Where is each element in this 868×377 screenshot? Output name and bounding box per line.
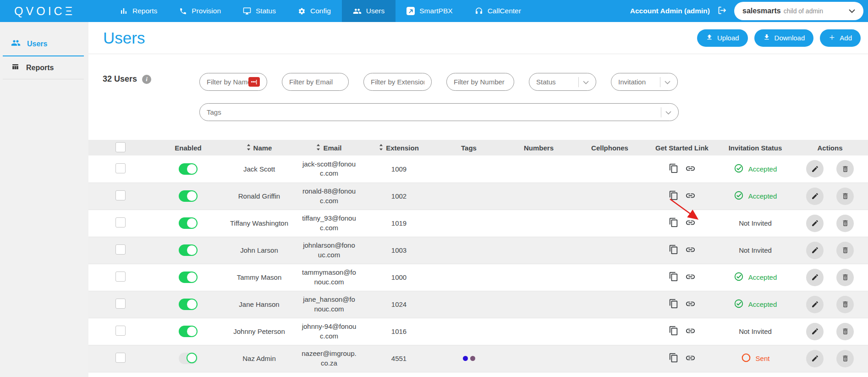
- download-button[interactable]: Download: [754, 29, 814, 47]
- copy-link-icon[interactable]: [669, 326, 679, 336]
- table-row: Jack Scott jack-scott@fonouc.com 1009: [88, 155, 868, 183]
- delete-user-button[interactable]: [836, 323, 854, 340]
- filter-extension-input[interactable]: [371, 78, 424, 86]
- enabled-toggle[interactable]: [179, 190, 198, 202]
- copy-link-icon[interactable]: [669, 244, 679, 255]
- filter-number-input[interactable]: [454, 78, 507, 86]
- filter-email-input[interactable]: [289, 78, 341, 86]
- col-extension[interactable]: Extension: [363, 140, 434, 155]
- user-email: tiffany_93@fonouc.com: [295, 210, 363, 237]
- users-icon: [11, 38, 21, 50]
- sidebar-item-users[interactable]: Users: [3, 32, 84, 56]
- row-checkbox[interactable]: [115, 272, 126, 282]
- delete-user-button[interactable]: [836, 215, 854, 232]
- enabled-toggle[interactable]: [179, 353, 198, 364]
- row-checkbox[interactable]: [115, 163, 126, 173]
- status-text: Accepted: [748, 273, 777, 281]
- user-extension: 1009: [363, 155, 434, 183]
- get-started-link-icon[interactable]: [685, 163, 696, 174]
- nav-tab-reports[interactable]: Reports: [109, 0, 168, 22]
- get-started-link-icon[interactable]: [685, 190, 696, 201]
- upload-button[interactable]: Upload: [697, 29, 748, 47]
- row-checkbox[interactable]: [115, 217, 126, 227]
- tenant-selector[interactable]: salesmarts child of admin: [734, 2, 863, 20]
- get-started-link-icon[interactable]: [685, 272, 696, 282]
- select-all-checkbox[interactable]: [115, 142, 126, 152]
- user-extension: 4551: [363, 345, 434, 372]
- copy-link-icon[interactable]: [669, 163, 679, 173]
- copy-link-icon[interactable]: [669, 217, 679, 227]
- copy-link-icon[interactable]: [669, 272, 679, 282]
- row-checkbox[interactable]: [115, 326, 126, 336]
- chevron-down-icon: [849, 7, 855, 15]
- row-checkbox[interactable]: [115, 244, 126, 255]
- add-button[interactable]: Add: [820, 29, 861, 47]
- logout-icon[interactable]: [717, 6, 727, 17]
- delete-user-button[interactable]: [836, 242, 854, 259]
- user-numbers: [503, 155, 574, 183]
- check-circle-icon: [734, 272, 744, 283]
- status-select[interactable]: Status: [529, 73, 596, 91]
- col-name[interactable]: Name: [224, 140, 295, 155]
- user-tags: [434, 345, 503, 372]
- enabled-toggle[interactable]: [179, 244, 198, 256]
- row-checkbox[interactable]: [115, 353, 126, 363]
- invitation-select[interactable]: Invitation: [611, 73, 678, 91]
- table-header-row: Enabled Name Email Extension Tags Number…: [88, 140, 868, 155]
- plus-icon: [829, 34, 835, 42]
- user-name: Tammy Mason: [224, 264, 295, 291]
- delete-user-button[interactable]: [836, 269, 854, 286]
- get-started-link-icon[interactable]: [685, 244, 696, 255]
- edit-user-button[interactable]: [806, 350, 824, 367]
- col-cellphones: Cellphones: [574, 140, 645, 155]
- get-started-link-icon[interactable]: [685, 299, 696, 309]
- tags-select[interactable]: Tags: [199, 103, 679, 121]
- copy-link-icon[interactable]: [669, 299, 679, 309]
- user-numbers: [503, 264, 574, 291]
- copy-link-icon[interactable]: [669, 190, 679, 200]
- get-started-link-icon[interactable]: [685, 353, 696, 363]
- enabled-toggle[interactable]: [179, 326, 198, 337]
- user-cellphones: [574, 210, 645, 237]
- get-started-link-icon[interactable]: [685, 217, 696, 228]
- copy-link-icon[interactable]: [669, 353, 679, 363]
- edit-user-button[interactable]: [806, 242, 824, 259]
- nav-tab-config[interactable]: Config: [287, 0, 342, 22]
- edit-user-button[interactable]: [806, 269, 824, 286]
- sidebar-item-reports[interactable]: Reports: [3, 56, 84, 79]
- info-icon[interactable]: i: [142, 75, 151, 84]
- filter-name-input[interactable]: [207, 78, 248, 86]
- sidebar: Users Reports: [0, 22, 88, 377]
- edit-user-button[interactable]: [806, 296, 824, 313]
- edit-user-button[interactable]: [806, 215, 824, 232]
- status-text: Accepted: [748, 192, 777, 200]
- nav-tab-status[interactable]: Status: [232, 0, 287, 22]
- password-manager-icon[interactable]: •••|: [248, 77, 260, 87]
- get-started-link-icon[interactable]: [685, 326, 696, 336]
- delete-user-button[interactable]: [836, 350, 854, 367]
- row-checkbox[interactable]: [115, 299, 126, 309]
- upload-icon: [706, 33, 713, 42]
- chevron-down-icon: [665, 108, 671, 116]
- enabled-toggle[interactable]: [179, 217, 198, 229]
- nav-tab-callcenter[interactable]: CallCenter: [464, 0, 532, 22]
- col-email[interactable]: Email: [295, 140, 363, 155]
- row-checkbox[interactable]: [115, 190, 126, 200]
- nav-tab-smartpbx[interactable]: SmartPBX: [396, 0, 463, 22]
- nav-tab-provision[interactable]: Provision: [168, 0, 232, 22]
- enabled-toggle[interactable]: [179, 272, 198, 283]
- enabled-toggle[interactable]: [179, 163, 198, 175]
- edit-user-button[interactable]: [806, 323, 824, 340]
- delete-user-button[interactable]: [836, 296, 854, 313]
- user-tags: [434, 318, 503, 345]
- enabled-toggle[interactable]: [179, 299, 198, 310]
- delete-user-button[interactable]: [836, 160, 854, 177]
- edit-user-button[interactable]: [806, 160, 824, 177]
- user-numbers: [503, 237, 574, 264]
- delete-user-button[interactable]: [836, 188, 854, 205]
- user-numbers: [503, 318, 574, 345]
- user-cellphones: [574, 318, 645, 345]
- table-row: Tiffany Washington tiffany_93@fonouc.com…: [88, 210, 868, 237]
- edit-user-button[interactable]: [806, 188, 824, 205]
- nav-tab-users[interactable]: Users: [342, 0, 396, 22]
